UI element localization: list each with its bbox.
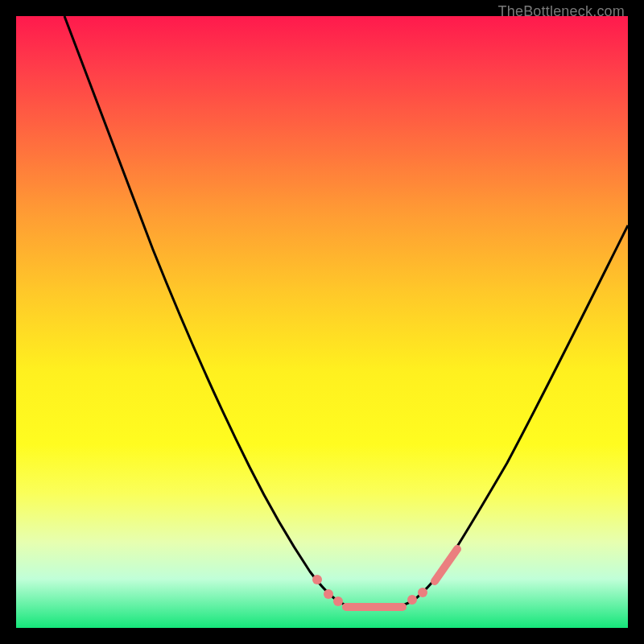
chart-svg — [16, 16, 628, 628]
marker-dot — [333, 597, 343, 606]
curve-left — [64, 16, 346, 605]
marker-dot — [312, 575, 322, 584]
marker-dot — [407, 595, 417, 605]
marker-dot — [418, 588, 427, 597]
marker-dot — [324, 589, 333, 599]
right-rising-segment — [435, 549, 457, 581]
curve-right — [402, 225, 628, 605]
chart-plot-area — [16, 16, 628, 628]
watermark-text: TheBottleneck.com — [498, 3, 625, 20]
